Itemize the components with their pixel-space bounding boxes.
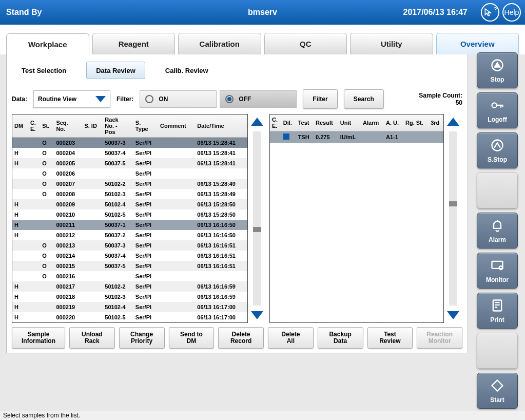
table-row[interactable]: H00021750102-2Ser/Pl06/13 16:16:59 [12, 281, 247, 292]
data-view-select[interactable]: Routine View [33, 90, 110, 108]
cell: O [40, 240, 54, 251]
table-row[interactable]: O000206Ser/Pl [12, 168, 247, 179]
tab-overview[interactable]: Overview [436, 33, 519, 54]
search-button[interactable]: Search [344, 89, 384, 109]
subtab-calib-review[interactable]: Calib. Review [155, 62, 218, 79]
sidebar-label: Print [490, 316, 504, 323]
col-header[interactable]: C. E. [28, 114, 40, 138]
subtab-test-selection[interactable]: Test Selection [12, 62, 76, 79]
cell [40, 302, 54, 312]
col-header[interactable]: S. Type [133, 114, 158, 138]
sidebar-print-button[interactable]: Print [477, 293, 518, 329]
table-row[interactable]: O000216Ser/Pl [12, 271, 247, 281]
col-header[interactable]: Comment [158, 114, 195, 138]
table-row[interactable]: H00021250037-2Ser/Pl06/13 16:16:50 [12, 230, 247, 240]
col-header[interactable]: Date/Time [195, 114, 247, 138]
test-review-button[interactable]: Test Review [367, 327, 413, 349]
left-scrollbar[interactable] [248, 114, 266, 323]
delete-record-button[interactable]: Delete Record [218, 327, 264, 349]
table-row[interactable]: HO00020450037-4Ser/Pl06/13 15:28:41 [12, 148, 247, 158]
tab-reagent[interactable]: Reagent [92, 33, 176, 54]
col-header[interactable]: Alarm [361, 114, 384, 131]
col-header[interactable]: C. E. [270, 114, 281, 131]
table-row[interactable]: TSH0.275IU/mLA1-1 [270, 131, 443, 143]
col-header[interactable]: St. [40, 114, 54, 138]
send-to-dm-button[interactable]: Send to DM [169, 327, 215, 349]
scroll-track[interactable] [449, 131, 457, 306]
table-row[interactable]: H00021050102-5Ser/Pl06/13 15:28:50 [12, 209, 247, 220]
col-header[interactable]: Result [314, 114, 338, 131]
sidebar-alarm-button[interactable]: Alarm [477, 213, 518, 249]
filter-button[interactable]: Filter [303, 89, 337, 109]
table-row[interactable]: O00021550037-5Ser/Pl06/13 16:16:51 [12, 261, 247, 271]
filter-label: Filter: [116, 96, 133, 103]
table-row[interactable]: O00020750102-2Ser/Pl06/13 15:28:49 [12, 179, 247, 189]
col-header[interactable]: S. ID [82, 114, 103, 138]
subtab-data-review[interactable]: Data Review [86, 62, 145, 79]
table-row[interactable]: H00020950102-4Ser/Pl06/13 15:28:50 [12, 199, 247, 209]
right-table-group: C. E.Dil.TestResultUnitAlarmA. U.Rg. St.… [269, 114, 462, 323]
cell [40, 220, 54, 230]
cell [103, 168, 133, 179]
right-scrollbar[interactable] [444, 114, 462, 323]
cell: O [40, 261, 54, 271]
col-header[interactable]: A. U. [384, 114, 403, 131]
bell-icon [490, 218, 504, 234]
table-row[interactable]: O00021450037-4Ser/Pl06/13 16:16:51 [12, 251, 247, 261]
sidebar-start-button[interactable]: Start [477, 373, 518, 409]
pointer-help-button[interactable]: ? [481, 3, 499, 22]
sidebar-logoff-button[interactable]: Logoff [477, 92, 518, 128]
col-header[interactable]: Unit [338, 114, 361, 131]
scroll-up-icon[interactable] [444, 114, 462, 129]
col-header[interactable]: DM [12, 114, 28, 138]
pointer-help-label: ? [494, 6, 497, 12]
table-row[interactable]: H00021150037-1Ser/Pl06/13 16:16:50 [12, 220, 247, 230]
scroll-up-icon[interactable] [248, 114, 266, 129]
table-row[interactable]: H00022050102-5Ser/Pl06/13 16:17:00 [12, 312, 247, 322]
cell [82, 138, 103, 148]
tab-calibration[interactable]: Calibration [178, 33, 261, 54]
help-button[interactable]: Help [502, 3, 521, 22]
table-row[interactable]: O00020850102-3Ser/Pl06/13 15:28:49 [12, 189, 247, 199]
unload-rack-button[interactable]: UnloadRack [69, 327, 115, 349]
change-priority-button[interactable]: ChangePriority [119, 327, 165, 349]
col-header[interactable]: Rg. St. [403, 114, 429, 131]
table-row[interactable]: HO00020550037-5Ser/Pl06/13 15:28:41 [12, 158, 247, 168]
sample-count-value: 50 [419, 99, 462, 106]
backup-data-button[interactable]: Backup Data [318, 327, 363, 349]
data-label: Data: [12, 96, 27, 103]
cell: 0.275 [314, 131, 338, 143]
sidebar-monitor-button[interactable]: Monitor [477, 253, 518, 289]
cell: 50102-3 [103, 292, 133, 302]
cell: 000212 [54, 230, 82, 240]
col-header[interactable]: 3rd [429, 114, 443, 131]
cell: 06/13 16:16:51 [195, 240, 247, 251]
tables-container: DMC. E.St.Seq. No.S. IDRack No. - PosS. … [7, 114, 468, 323]
scroll-track[interactable] [253, 131, 261, 306]
table-row[interactable]: H00021950102-4Ser/Pl06/13 16:17:00 [12, 302, 247, 312]
cell [28, 251, 40, 261]
col-header[interactable]: Rack No. - Pos [103, 114, 133, 138]
tab-qc[interactable]: QC [264, 33, 347, 54]
sample-information-button[interactable]: SampleInformation [12, 327, 65, 349]
col-header[interactable]: Test [296, 114, 314, 131]
sample-table[interactable]: DMC. E.St.Seq. No.S. IDRack No. - PosS. … [12, 114, 247, 322]
result-table[interactable]: C. E.Dil.TestResultUnitAlarmA. U.Rg. St.… [270, 114, 443, 143]
help-label: Help [504, 8, 519, 16]
col-header[interactable]: Dil. [281, 114, 296, 131]
cell: 000213 [54, 240, 82, 251]
filter-on-radio[interactable]: ON [140, 90, 217, 108]
sidebar-s-stop-button[interactable]: S.Stop [477, 132, 518, 168]
tab-utility[interactable]: Utility [350, 33, 433, 54]
filter-off-radio[interactable]: OFF [220, 90, 297, 108]
table-row[interactable]: O00021350037-3Ser/Pl06/13 16:16:51 [12, 240, 247, 251]
table-row[interactable]: O00020350037-3Ser/Pl06/13 15:28:41 [12, 138, 247, 148]
scroll-down-icon[interactable] [444, 308, 462, 323]
delete-all-button[interactable]: Delete All [268, 327, 314, 349]
scroll-down-icon[interactable] [248, 308, 266, 323]
col-header[interactable]: Seq. No. [54, 114, 82, 138]
table-row[interactable]: H00021850102-3Ser/Pl06/13 16:16:59 [12, 292, 247, 302]
tab-workplace[interactable]: Workplace [6, 33, 89, 55]
sidebar-stop-button[interactable]: Stop [477, 52, 518, 88]
cell: 06/13 16:16:51 [195, 261, 247, 271]
